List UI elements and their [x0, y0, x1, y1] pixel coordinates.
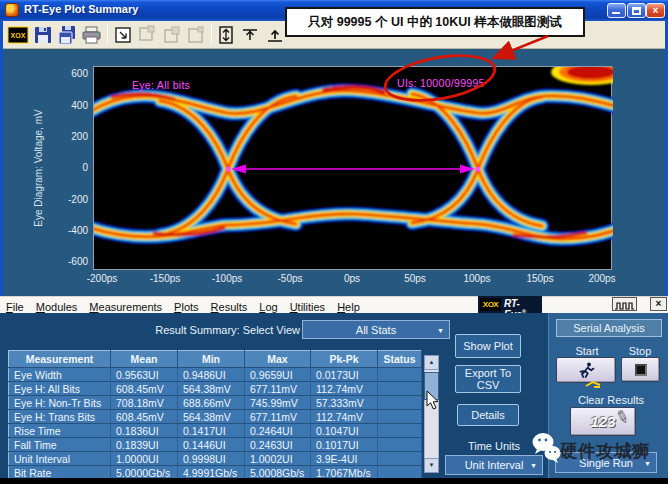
table-row[interactable]: Eye Width0.9563UI0.9486UI0.9659UI0.0173U…: [9, 368, 422, 382]
table-cell: 608.45mV: [111, 382, 178, 396]
table-cell: 0.9998UI: [178, 452, 245, 466]
export-plot-icon[interactable]: [112, 24, 134, 46]
table-cell: 708.18mV: [111, 396, 178, 410]
serial-analysis-header: Serial Analysis: [556, 319, 662, 337]
x-tick-label: 100ps: [447, 273, 507, 284]
table-header-row[interactable]: MeasurementMeanMinMaxPk-PkStatus: [9, 351, 422, 368]
bottom-strip: [0, 478, 668, 484]
stop-label: Stop: [618, 345, 662, 357]
table-cell: Eye H: Non-Tr Bits: [9, 396, 111, 410]
time-units-dropdown[interactable]: Unit Interval ▼: [445, 455, 543, 475]
x-tick-label: 200ps: [572, 273, 632, 284]
table-cell: [378, 452, 422, 466]
time-units-value: Unit Interval: [465, 459, 524, 471]
menu-item-file[interactable]: File: [0, 299, 30, 313]
y-tick-label: 200: [48, 131, 88, 142]
svg-text:XOX: XOX: [11, 32, 26, 39]
y-tick-label: -200: [48, 194, 88, 205]
table-cell: Eye Width: [9, 368, 111, 382]
triangle-down-icon: ▼: [429, 462, 435, 468]
results-table[interactable]: MeasurementMeanMinMaxPk-PkStatus Eye Wid…: [8, 350, 422, 480]
menu-item-utilities[interactable]: Utilities: [284, 299, 331, 313]
app-close-button[interactable]: ×: [650, 297, 667, 311]
minimize-icon: [612, 12, 620, 14]
table-row[interactable]: Eye H: Non-Tr Bits708.18mV688.66mV745.99…: [9, 396, 422, 410]
menu-item-help[interactable]: Help: [331, 299, 366, 313]
scroll-down-button[interactable]: ▼: [424, 458, 439, 473]
x-tick-label: -100ps: [197, 273, 257, 284]
stop-button[interactable]: [621, 357, 660, 382]
menu-item-measurements[interactable]: Measurements: [83, 299, 168, 313]
scroll-up-button[interactable]: ▲: [424, 355, 439, 370]
y-tick-label: 400: [48, 100, 88, 111]
column-header: Min: [178, 351, 245, 368]
running-man-icon: [577, 361, 595, 379]
table-cell: 745.99mV: [245, 396, 311, 410]
result-summary-label: Result Summary: Select View: [148, 324, 300, 336]
table-cell: Eye H: Trans Bits: [9, 410, 111, 424]
close-button[interactable]: ×: [646, 3, 665, 18]
rt-eye-logo: XOX RT-Eye®: [478, 296, 542, 313]
table-cell: 112.74mV: [311, 382, 378, 396]
print-icon[interactable]: [80, 24, 102, 46]
export-to-csv-button[interactable]: Export To CSV: [455, 365, 521, 393]
table-cell: 564.38mV: [178, 382, 245, 396]
maximize-button[interactable]: [627, 3, 646, 18]
table-cell: 0.1839UI: [111, 438, 178, 452]
clear-results-button[interactable]: 123 ✎: [570, 407, 636, 436]
table-cell: 677.11mV: [245, 410, 311, 424]
menu-item-plots[interactable]: Plots: [168, 299, 204, 313]
details-button[interactable]: Details: [457, 404, 519, 426]
menu-item-log[interactable]: Log: [253, 299, 283, 313]
triangle-up-icon: ▲: [429, 359, 435, 365]
waveform-window-button[interactable]: [612, 297, 637, 311]
table-cell: [378, 368, 422, 382]
table-row[interactable]: Eye H: All Bits608.45mV564.38mV677.11mV1…: [9, 382, 422, 396]
save-icon[interactable]: [32, 24, 54, 46]
eye-diagram-plot[interactable]: Eye: All bits UIs: 10000/99995: [93, 66, 612, 270]
table-cell: 0.1047UI: [311, 424, 378, 438]
table-cell: 0.2463UI: [245, 438, 311, 452]
y-tick-label: 600: [48, 68, 88, 79]
menu-item-results[interactable]: Results: [205, 299, 254, 313]
table-cell: 0.9486UI: [178, 368, 245, 382]
table-cell: 688.66mV: [178, 396, 245, 410]
x-tick-label: -200ps: [72, 273, 132, 284]
baseline-icon[interactable]: [264, 24, 286, 46]
table-cell: [378, 424, 422, 438]
fit-vertical-icon[interactable]: [215, 24, 237, 46]
table-cell: 0.9563UI: [111, 368, 178, 382]
table-cell: 0.1446UI: [178, 438, 245, 452]
table-cell: 564.38mV: [178, 410, 245, 424]
view-select-dropdown[interactable]: All Stats ▼: [302, 320, 450, 339]
menu-item-modules[interactable]: Modules: [30, 299, 84, 313]
table-cell: 608.45mV: [111, 410, 178, 424]
toolbar-separator: [211, 24, 212, 44]
table-row[interactable]: Rise Time0.1836UI0.1417UI0.2464UI0.1047U…: [9, 424, 422, 438]
copy-disabled-icon: [136, 24, 158, 46]
column-header: Mean: [111, 351, 178, 368]
rt-eye-logo-icon[interactable]: XOX: [7, 24, 29, 46]
table-cell: Rise Time: [9, 424, 111, 438]
table-row[interactable]: Unit Interval1.0000UI0.9998UI1.0002UI3.9…: [9, 452, 422, 466]
column-header: Status: [378, 351, 422, 368]
show-plot-button[interactable]: Show Plot: [455, 334, 521, 358]
table-row[interactable]: Eye H: Trans Bits608.45mV564.38mV677.11m…: [9, 410, 422, 424]
table-cell: 677.11mV: [245, 382, 311, 396]
app-icon: [5, 3, 19, 17]
window-title: RT-Eye Plot Summary: [24, 3, 138, 15]
table-cell: 0.9659UI: [245, 368, 311, 382]
menu-items: FileModulesMeasurementsPlotsResultsLogUt…: [0, 297, 366, 314]
table-cell: 1.0000UI: [111, 452, 178, 466]
x-tick-label: 150ps: [510, 273, 570, 284]
save-all-icon[interactable]: [56, 24, 78, 46]
y-tick-label: -400: [48, 225, 88, 236]
snapshot-disabled-icon: [185, 24, 207, 46]
y-axis-title: Eye Diagram: Voltage, mV: [33, 109, 44, 226]
table-row[interactable]: Fall Time0.1839UI0.1446UI0.2463UI0.1017U…: [9, 438, 422, 452]
run-indicator-icon: [584, 379, 604, 389]
table-cell: Unit Interval: [9, 452, 111, 466]
minimize-button[interactable]: [607, 3, 626, 18]
start-label: Start: [560, 345, 614, 357]
marker-icon[interactable]: [239, 24, 261, 46]
